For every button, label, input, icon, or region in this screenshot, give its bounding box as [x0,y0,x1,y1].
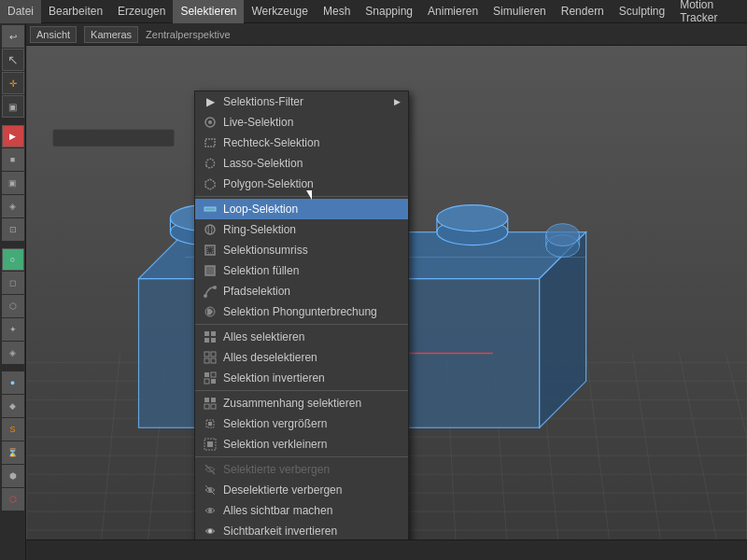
toolbar-mode6[interactable]: ⬡ [2,488,24,511]
menu-animieren[interactable]: Animieren [420,0,486,23]
menu-ring-selektion[interactable]: Ring-Selektion [195,219,408,240]
toolbar-undo[interactable]: ↩ [2,25,24,48]
menu-selektion-phong[interactable]: Selektion Phongunterbrechung [195,301,408,322]
toolbar-cursor[interactable]: ↖ [2,49,24,71]
hide-sel-icon [203,462,218,477]
svg-rect-67 [211,331,216,336]
menu-alles-sichtbar[interactable]: Alles sichtbar machen [195,500,408,521]
svg-point-64 [213,286,217,289]
toolbar-mode2[interactable]: ◆ [2,395,24,417]
toolbar-mode1[interactable]: ● [2,371,24,394]
invert-icon [203,371,218,385]
menu-loop-selektion[interactable]: Loop-Selektion [195,199,408,219]
svg-rect-70 [204,352,209,357]
menu-selektion-vergroessern[interactable]: Selektion vergrößern [195,413,408,434]
menu-selektion-verkleinern[interactable]: Selektion verkleinern [195,434,408,455]
lasso-icon [203,156,218,171]
menu-rendern[interactable]: Rendern [554,0,612,23]
menu-alles-selektieren[interactable]: Alles selektieren [195,327,408,347]
svg-rect-52 [53,130,175,147]
svg-rect-83 [208,422,212,426]
selektieren-dropdown: ▶ Selektions-Filter Live-Selektion Recht… [194,91,409,539]
main-area: ↩ ↖ ✛ ▣ ▶ ■ ▣ ◈ ⊡ ○ ◻ ⬡ ✦ ◈ ● ◆ S ⌛ ⬢ ⬡ … [0,23,747,560]
menu-selektierte-verbergen[interactable]: Selektierte verbergen [195,459,408,480]
menu-selektions-filter[interactable]: ▶ Selektions-Filter [195,91,408,112]
svg-rect-66 [204,331,209,336]
menu-polygon-selektion[interactable]: Polygon-Selektion [195,174,408,194]
svg-point-43 [437,205,508,231]
toolbar-mode4[interactable]: ⌛ [2,441,24,464]
toolbar-tool3[interactable]: ▣ [2,172,24,194]
divider-1 [195,196,408,197]
svg-rect-68 [204,338,209,343]
divider-4 [195,456,408,457]
menu-simulieren[interactable]: Simulieren [486,0,554,23]
3d-viewport[interactable]: ▶ Selektions-Filter Live-Selektion Recht… [26,46,747,539]
menu-selektion-invertieren[interactable]: Selektion invertieren [195,368,408,388]
toolbar-tool5[interactable]: ⊡ [2,218,24,241]
cursor [306,190,312,200]
svg-rect-85 [207,441,213,447]
toolbar-tool4[interactable]: ◈ [2,195,24,217]
toolbar-obj2[interactable]: ◻ [2,272,24,294]
svg-rect-79 [211,398,216,402]
menu-motion-tracker[interactable]: Motion Tracker [672,0,747,23]
menu-lasso-selektion[interactable]: Lasso-Selektion [195,153,408,174]
menu-selektionsumriss[interactable]: Selektionsumriss [195,240,408,260]
toolbar-select[interactable]: ▣ [2,95,24,118]
viewport-ansicht-btn[interactable]: Ansicht [30,26,77,43]
toolbar-obj4[interactable]: ✦ [2,318,24,341]
menu-sculpting[interactable]: Sculpting [612,0,672,23]
path-icon [203,284,218,299]
toolbar-obj3[interactable]: ⬡ [2,295,24,317]
menu-live-selektion[interactable]: Live-Selektion [195,112,408,133]
menu-zusammenhang[interactable]: Zusammenhang selektieren [195,393,408,413]
svg-point-47 [546,224,580,246]
svg-rect-76 [204,379,209,384]
menu-pfadselektion[interactable]: Pfadselektion [195,281,408,301]
svg-point-63 [204,294,207,298]
poly-icon [203,176,218,191]
show-all-icon [203,503,218,518]
menu-mesh[interactable]: Mesh [316,0,358,23]
toolbar-tool1[interactable]: ▶ [2,125,24,147]
divider-2 [195,324,408,325]
menu-sichtbarkeit-invertieren[interactable]: Sichtbarkeit invertieren [195,521,408,539]
live-icon [203,115,218,130]
toolbar-move[interactable]: ✛ [2,72,24,94]
divider-3 [195,390,408,391]
menu-datei[interactable]: Datei [0,0,41,23]
svg-rect-69 [211,338,216,343]
svg-line-86 [205,465,215,474]
svg-rect-71 [211,352,216,357]
hide-desel-icon [203,483,218,497]
menu-werkzeuge[interactable]: Werkzeuge [244,0,315,23]
shrink-icon [203,437,218,452]
menu-erzeugen[interactable]: Erzeugen [110,0,173,23]
viewport-header: Ansicht Kameras Zentralperspektive [26,23,747,46]
toolbar-mode3[interactable]: S [2,418,24,441]
menu-snapping[interactable]: Snapping [358,0,420,23]
svg-rect-61 [207,247,213,253]
menu-deselektierte-verbergen[interactable]: Deselektierte verbergen [195,480,408,500]
svg-rect-72 [204,358,209,363]
toolbar-tool2[interactable]: ■ [2,148,24,171]
menu-selektion-fuellen[interactable]: Selektion füllen [195,260,408,281]
deselect-all-icon [203,350,218,365]
toolbar-obj1[interactable]: ○ [2,248,24,271]
menu-selektieren[interactable]: Selektieren [173,0,244,23]
menu-rechteck-selektion[interactable]: Rechteck-Selektion [195,133,408,153]
svg-rect-81 [211,404,216,409]
grow-icon [203,416,218,431]
invert-vis-icon [203,524,218,539]
svg-rect-75 [211,372,216,377]
menu-bearbeiten[interactable]: Bearbeiten [41,0,110,23]
menu-alles-deselektieren[interactable]: Alles deselektieren [195,347,408,368]
svg-rect-77 [211,379,216,384]
menu-bar: Datei Bearbeiten Erzeugen Selektieren We… [0,0,747,23]
toolbar-obj5[interactable]: ◈ [2,342,24,364]
toolbar-mode5[interactable]: ⬢ [2,465,24,487]
status-bar [26,539,747,560]
viewport-kameras-btn[interactable]: Kameras [84,26,138,43]
svg-rect-57 [204,207,216,211]
